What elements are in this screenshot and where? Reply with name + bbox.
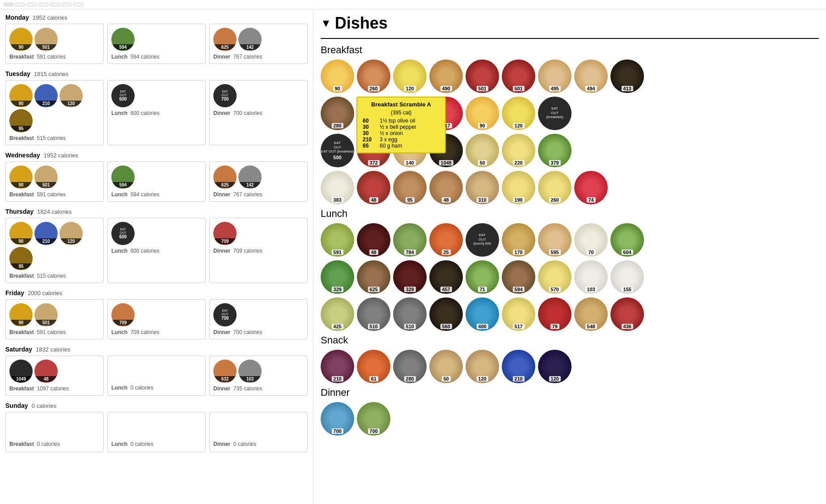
dish-item[interactable]: 425	[321, 297, 354, 331]
dish-item[interactable]: 25	[429, 223, 463, 257]
meal-card-lunch[interactable]: 594Lunch 594 calories	[107, 161, 206, 202]
dish-item[interactable]: 260	[357, 59, 390, 93]
dish-item[interactable]: 71	[466, 260, 499, 294]
dish-item[interactable]: 329	[393, 260, 427, 294]
dishes-button[interactable]	[4, 3, 13, 6]
dish-item[interactable]: 90	[466, 97, 499, 130]
dish-item[interactable]: 329	[321, 260, 354, 294]
dish-item[interactable]: 170	[502, 223, 535, 257]
meal-card-dinner[interactable]: 625142Dinner 767 calories	[209, 24, 308, 64]
meal-card-lunch[interactable]: Lunch 0 calories	[107, 356, 206, 396]
meal-card-dinner[interactable]: EATOUT700Dinner 700 calories	[209, 80, 308, 145]
dish-item[interactable]: 560	[429, 297, 463, 331]
day-total-calories: 1832 calories	[36, 346, 70, 353]
dish-item[interactable]: 517	[502, 297, 535, 331]
dish-item[interactable]: EATOUTEAT OUT [breakfast]500	[321, 134, 354, 167]
dish-item[interactable]: 495	[538, 59, 572, 93]
dish-item[interactable]: 604	[610, 223, 644, 257]
dish-item[interactable]: 50	[466, 134, 499, 167]
dish-item[interactable]: 280	[321, 97, 354, 130]
dish-item[interactable]: 310	[466, 171, 499, 204]
dish-item[interactable]: 103	[574, 260, 608, 294]
dish-item[interactable]: 120	[466, 350, 499, 383]
dish-item[interactable]: 379	[538, 134, 572, 167]
meal-card-dinner[interactable]: EATOUT700Dinner 700 calories	[209, 299, 308, 339]
dish-item[interactable]: 220	[502, 134, 535, 167]
meal-card-dinner[interactable]: 709Dinner 709 calories	[209, 218, 308, 283]
meal-card-lunch[interactable]: 594Lunch 594 calories	[107, 24, 206, 64]
dish-item[interactable]: 48	[357, 171, 390, 204]
dish-item[interactable]: 48	[357, 223, 390, 257]
meal-card-breakfast[interactable]: 90501Breakfast 591 calories	[5, 24, 104, 64]
dish-item[interactable]: 457	[429, 260, 463, 294]
dish-item[interactable]: 90	[321, 59, 354, 93]
meal-card-lunch[interactable]: Lunch 0 calories	[107, 412, 206, 452]
dish-item[interactable]: 95	[393, 171, 427, 204]
dish-calorie-badge: 425	[331, 324, 343, 329]
dish-calorie-badge: 700	[331, 428, 343, 434]
dish-item[interactable]: 48	[429, 171, 463, 204]
dish-item[interactable]: 120	[502, 97, 535, 130]
dish-item[interactable]: 501	[502, 59, 535, 93]
calorie-badge: 48	[34, 376, 58, 382]
day-name: Saturday	[5, 346, 32, 353]
dish-item[interactable]: 70	[574, 223, 608, 257]
dish-item[interactable]: 436	[610, 297, 644, 331]
dish-item[interactable]: 120	[393, 59, 427, 93]
food-items: 709	[213, 222, 304, 245]
collapse-icon[interactable]: ▼	[321, 17, 331, 30]
dish-item[interactable]: 413	[610, 59, 644, 93]
dish-item[interactable]: 510	[357, 297, 390, 331]
dish-item[interactable]: 700	[357, 402, 390, 436]
meal-card-lunch[interactable]: 709Lunch 709 calories	[107, 299, 206, 339]
meals-grid: 9021012095Breakfast 515 caloriesEATOUT60…	[5, 80, 308, 145]
dish-item[interactable]: 79	[538, 297, 572, 331]
meal-card-lunch[interactable]: EATOUT600Lunch 600 calories	[107, 80, 206, 145]
dish-item[interactable]: EATOUT[breakfast]	[538, 97, 572, 130]
dish-item[interactable]: 210	[321, 350, 354, 383]
meal-card-breakfast[interactable]: 9021012095Breakfast 515 calories	[5, 80, 104, 145]
meal-card-breakfast[interactable]: 90501Breakfast 591 calories	[5, 299, 104, 339]
dish-item[interactable]: EATOUT[lunch] 600	[466, 223, 499, 257]
dish-item[interactable]: 510	[393, 297, 427, 331]
dish-item[interactable]: 400	[466, 297, 499, 331]
dish-calorie-badge: 501	[513, 86, 524, 91]
dish-item[interactable]: 61	[357, 350, 390, 383]
dish-item[interactable]: 74	[574, 171, 608, 204]
meal-card-breakfast[interactable]: 104948Breakfast 1097 calories	[5, 356, 104, 396]
dish-item[interactable]: 260	[538, 171, 572, 204]
dish-item[interactable]: 280	[393, 350, 427, 383]
dish-item[interactable]: 120	[538, 350, 572, 383]
view-last-week-button[interactable]	[50, 3, 60, 6]
dish-item[interactable]: 594	[502, 260, 535, 294]
meal-card-breakfast[interactable]: 9021012095Breakfast 515 calories	[5, 218, 104, 283]
dish-item[interactable]: 494	[574, 59, 608, 93]
edit-this-week-button[interactable]	[27, 3, 37, 6]
edit-next-week-button[interactable]	[38, 3, 48, 6]
dish-item[interactable]: 50	[429, 350, 463, 383]
dish-item[interactable]: 501	[466, 59, 499, 93]
meal-card-breakfast[interactable]: Breakfast 0 calories	[5, 412, 104, 452]
dish-item[interactable]: 591	[321, 223, 354, 257]
dish-item[interactable]: 570	[538, 260, 572, 294]
meal-card-lunch[interactable]: EATOUT600Lunch 600 calories	[107, 218, 206, 283]
view-this-week-button[interactable]	[62, 3, 72, 6]
dish-item[interactable]: 490	[429, 59, 463, 93]
dish-item[interactable]: 383	[321, 171, 354, 204]
meal-card-dinner[interactable]: Dinner 0 calories	[209, 412, 308, 452]
today-button[interactable]	[15, 3, 25, 6]
dish-item[interactable]: 625	[357, 260, 390, 294]
meal-card-dinner[interactable]: 632103Dinner 735 calories	[209, 356, 308, 396]
view-next-week-button[interactable]	[73, 3, 83, 6]
dish-item[interactable]: 210	[502, 350, 535, 383]
day-header: Monday1952 calories	[5, 14, 308, 21]
food-circle: 95	[9, 247, 33, 270]
meal-card-breakfast[interactable]: 90501Breakfast 591 calories	[5, 161, 104, 202]
dish-item[interactable]: 784	[393, 223, 427, 257]
dish-item[interactable]: 155	[610, 260, 644, 294]
dish-item[interactable]: 548	[574, 297, 608, 331]
dish-item[interactable]: 700	[321, 402, 354, 436]
dish-item[interactable]: 595	[538, 223, 572, 257]
dish-item[interactable]: 190	[502, 171, 535, 204]
meal-card-dinner[interactable]: 625142Dinner 767 calories	[209, 161, 308, 202]
